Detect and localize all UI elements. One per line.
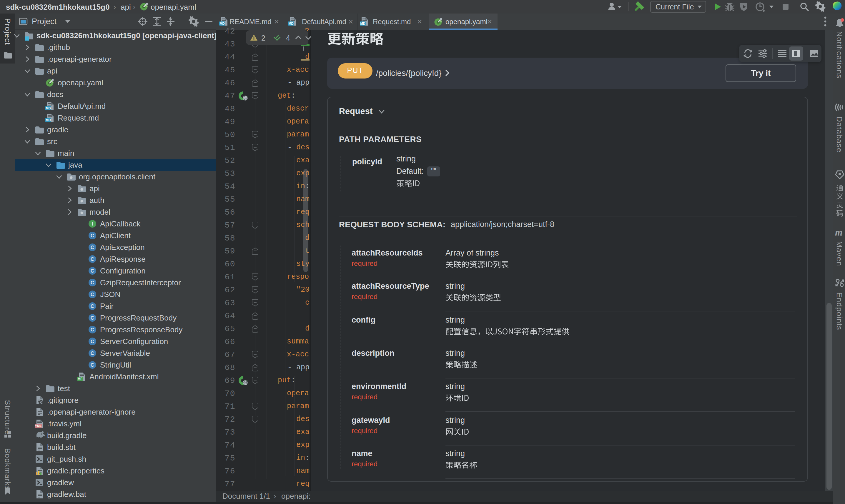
svg-text:MD: MD [360,22,365,25]
svg-text:MD: MD [219,22,225,25]
svg-text:MD: MD [288,22,293,25]
